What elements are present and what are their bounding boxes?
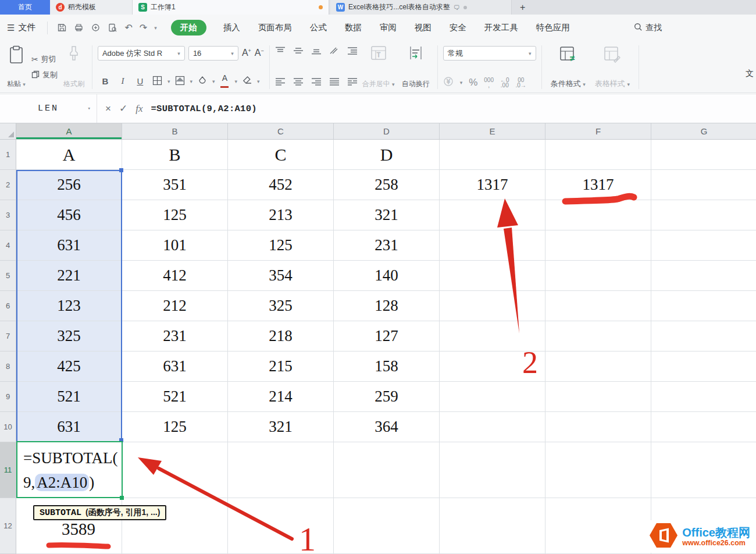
cell-G5[interactable]: [651, 261, 756, 291]
select-all-corner[interactable]: [0, 123, 16, 140]
cell-F8[interactable]: [545, 351, 651, 382]
menu-item-安全[interactable]: 安全: [448, 20, 468, 35]
cell-D12[interactable]: [334, 498, 440, 554]
eraser-icon[interactable]: [240, 76, 255, 87]
fill-color-icon[interactable]: [172, 75, 187, 88]
format-painter-button[interactable]: 格式刷: [60, 43, 88, 91]
cell-B11[interactable]: [122, 442, 228, 498]
cell-G2[interactable]: [651, 170, 756, 200]
wrap-text-button[interactable]: 自动换行: [398, 43, 433, 91]
menu-item-视图[interactable]: 视图: [413, 20, 433, 35]
cell-D8[interactable]: 158: [334, 351, 440, 382]
menu-item-审阅[interactable]: 审阅: [379, 20, 398, 35]
cell-D6[interactable]: 128: [334, 291, 440, 321]
column-header-B[interactable]: B: [122, 123, 228, 140]
cell-D10[interactable]: 364: [334, 412, 440, 442]
cell-B2[interactable]: 351: [122, 170, 228, 200]
print-icon[interactable]: [74, 23, 84, 33]
cell-E8[interactable]: [440, 351, 545, 382]
cell-C12[interactable]: [228, 498, 334, 554]
cell-F4[interactable]: [545, 230, 651, 261]
cell-G9[interactable]: [651, 382, 756, 412]
cell-B9[interactable]: 521: [122, 382, 228, 412]
cell-C5[interactable]: 354: [228, 261, 334, 291]
file-menu-button[interactable]: ☰ 文件: [7, 22, 44, 33]
align-center-icon[interactable]: [293, 77, 304, 88]
redo-icon[interactable]: ↷: [140, 22, 147, 33]
cell-A8[interactable]: 425: [16, 351, 122, 382]
cell-D11[interactable]: [334, 442, 440, 498]
undo-icon[interactable]: ↶: [124, 22, 132, 33]
menu-item-开始[interactable]: 开始: [171, 20, 206, 35]
cell-F2[interactable]: 1317: [545, 170, 651, 200]
align-bottom-icon[interactable]: [311, 47, 322, 57]
cell-A3[interactable]: 456: [16, 200, 122, 230]
column-header-C[interactable]: C: [228, 123, 334, 140]
menu-item-页面布局[interactable]: 页面布局: [257, 20, 293, 35]
underline-button[interactable]: U: [133, 76, 148, 87]
borders-icon[interactable]: [150, 75, 165, 88]
align-right-icon[interactable]: [311, 77, 322, 88]
conditional-format-button[interactable]: ≠ 条件格式 ▾: [546, 43, 590, 91]
cell-F11[interactable]: [545, 442, 651, 498]
tab-workbook1[interactable]: S 工作簿1: [133, 0, 329, 15]
comma-style-icon[interactable]: 000,: [484, 77, 494, 88]
row-header-11[interactable]: 11: [0, 442, 16, 498]
row-header-8[interactable]: 8: [0, 351, 16, 382]
column-header-F[interactable]: F: [545, 123, 651, 140]
cell-C4[interactable]: 125: [228, 230, 334, 261]
new-tab-button[interactable]: +: [512, 0, 533, 15]
font-name-select[interactable]: Adobe 仿宋 Std R ▾: [98, 46, 185, 61]
cell-F3[interactable]: [545, 200, 651, 230]
cell-D7[interactable]: 127: [334, 321, 440, 351]
cell-G8[interactable]: [651, 351, 756, 382]
cell-E3[interactable]: [440, 200, 545, 230]
cell-D2[interactable]: 258: [334, 170, 440, 200]
cell-E1[interactable]: [440, 140, 545, 170]
cell-E9[interactable]: [440, 382, 545, 412]
menu-item-特色应用[interactable]: 特色应用: [535, 20, 571, 35]
align-top-icon[interactable]: [275, 47, 286, 57]
fill-color-caret-icon[interactable]: ▾: [190, 79, 192, 84]
cell-G10[interactable]: [651, 412, 756, 442]
currency-caret-icon[interactable]: ▾: [460, 80, 463, 86]
cell-F12[interactable]: [545, 498, 651, 554]
cell-D3[interactable]: 321: [334, 200, 440, 230]
insert-function-icon[interactable]: fx: [135, 103, 142, 115]
copy-button[interactable]: 复制: [31, 70, 58, 80]
cell-E11[interactable]: [440, 442, 545, 498]
row-header-1[interactable]: 1: [0, 140, 16, 170]
tab-excel-article[interactable]: W Excel表格技巧...cel表格自动求整 🗨: [330, 0, 512, 15]
formula-input[interactable]: =SUBTOTAL(9,A2:A10): [151, 104, 256, 114]
menu-item-开发工具[interactable]: 开发工具: [483, 20, 519, 35]
bold-button[interactable]: B: [98, 76, 113, 87]
align-middle-icon[interactable]: [293, 47, 304, 57]
menu-item-插入[interactable]: 插入: [222, 20, 241, 35]
paste-button[interactable]: 粘贴 ▾: [3, 43, 29, 91]
cell-C6[interactable]: 325: [228, 291, 334, 321]
editing-cell-a11[interactable]: =SUBTOTAL( 9,A2:A10): [16, 441, 123, 498]
tab-docer-templates[interactable]: d 稻壳模板: [50, 0, 133, 15]
font-color-icon[interactable]: A: [217, 74, 232, 88]
cell-C7[interactable]: 218: [228, 321, 334, 351]
table-style-button[interactable]: 表格样式 ▾: [590, 43, 634, 91]
indent-icon[interactable]: [347, 47, 358, 57]
cell-C8[interactable]: 215: [228, 351, 334, 382]
tab-close-dot[interactable]: [463, 6, 467, 9]
cell-B7[interactable]: 231: [122, 321, 228, 351]
row-header-3[interactable]: 3: [0, 200, 16, 230]
cell-F10[interactable]: [545, 412, 651, 442]
cell-G4[interactable]: [651, 230, 756, 261]
cell-A1[interactable]: A: [16, 140, 122, 170]
cell-F6[interactable]: [545, 291, 651, 321]
toolbar-more-caret-icon[interactable]: ▾: [154, 25, 157, 31]
cell-G11[interactable]: [651, 442, 756, 498]
menu-item-公式[interactable]: 公式: [309, 20, 328, 35]
row-header-2[interactable]: 2: [0, 170, 16, 200]
row-header-6[interactable]: 6: [0, 291, 16, 321]
cell-F9[interactable]: [545, 382, 651, 412]
cancel-icon[interactable]: ×: [105, 103, 111, 115]
name-box-caret-icon[interactable]: ▾: [88, 105, 91, 112]
cell-C3[interactable]: 213: [228, 200, 334, 230]
increase-decimal-icon[interactable]: ←0.00: [500, 77, 509, 88]
